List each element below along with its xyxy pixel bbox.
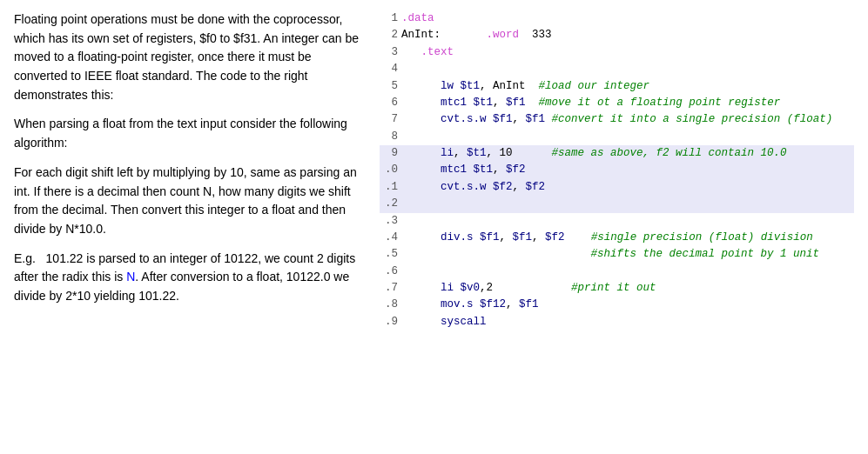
line-number: .9 bbox=[380, 314, 400, 330]
line-number: 8 bbox=[380, 129, 400, 145]
table-row: .1 cvt.s.w $f2, $f2 bbox=[380, 179, 854, 196]
code-content bbox=[400, 196, 854, 212]
code-content: lw $t1, AnInt #load our integer bbox=[400, 78, 854, 95]
line-number: 5 bbox=[380, 78, 400, 95]
paragraph-2: When parsing a float from the text input… bbox=[14, 115, 366, 152]
table-row: .2 bbox=[380, 196, 854, 212]
table-row: .7 li $v0,2 #print it out bbox=[380, 280, 854, 297]
table-row: .0 mtc1 $t1, $f2 bbox=[380, 162, 854, 178]
paragraph-1: Floating point operations must be done w… bbox=[14, 10, 366, 104]
line-number: 2 bbox=[380, 27, 400, 43]
table-row: 5 lw $t1, AnInt #load our integer bbox=[380, 78, 854, 95]
code-content: AnInt: .word 333 bbox=[400, 27, 854, 43]
line-number: 3 bbox=[380, 44, 400, 61]
table-row: .3 bbox=[380, 213, 854, 230]
code-content: mtc1 $t1, $f1 #move it ot a floating poi… bbox=[400, 95, 854, 111]
code-content: #shifts the decimal point by 1 unit bbox=[400, 246, 854, 263]
code-content: li $v0,2 #print it out bbox=[400, 280, 854, 297]
line-number: 6 bbox=[380, 95, 400, 111]
code-content: syscall bbox=[400, 314, 854, 330]
code-content: cvt.s.w $f2, $f2 bbox=[400, 179, 854, 196]
line-number: .3 bbox=[380, 213, 400, 230]
code-content: mov.s $f12, $f1 bbox=[400, 297, 854, 313]
table-row: 2 AnInt: .word 333 bbox=[380, 27, 854, 43]
code-content bbox=[400, 264, 854, 280]
table-row: .8 mov.s $f12, $f1 bbox=[380, 297, 854, 313]
table-row: .5 #shifts the decimal point by 1 unit bbox=[380, 246, 854, 263]
code-content: div.s $f1, $f1, $f2 #single precision (f… bbox=[400, 230, 854, 246]
paragraph-4: E.g. 101.22 is parsed to an integer of 1… bbox=[14, 250, 366, 306]
table-row: .4 div.s $f1, $f1, $f2 #single precision… bbox=[380, 230, 854, 246]
code-content: cvt.s.w $f1, $f1 #convert it into a sing… bbox=[400, 111, 854, 128]
line-number: .4 bbox=[380, 230, 400, 246]
line-number: 4 bbox=[380, 61, 400, 77]
table-row: 3 .text bbox=[380, 44, 854, 61]
description-panel: Floating point operations must be done w… bbox=[14, 10, 380, 444]
code-content: li, $t1, 10 #same as above, f2 will cont… bbox=[400, 145, 854, 162]
code-content: .data bbox=[400, 10, 854, 27]
code-content: .text bbox=[400, 44, 854, 61]
line-number: .8 bbox=[380, 297, 400, 313]
table-row: 4 bbox=[380, 61, 854, 77]
line-number: .5 bbox=[380, 246, 400, 263]
line-number: 9 bbox=[380, 145, 400, 162]
line-number: .2 bbox=[380, 196, 400, 212]
table-row: 8 bbox=[380, 129, 854, 145]
table-row: 7 cvt.s.w $f1, $f1 #convert it into a si… bbox=[380, 111, 854, 128]
line-number: .6 bbox=[380, 264, 400, 280]
table-row: 6 mtc1 $t1, $f1 #move it ot a floating p… bbox=[380, 95, 854, 111]
code-panel: 1 .data 2 AnInt: .word 333 3 .text 4 5 bbox=[380, 10, 854, 444]
line-number: .7 bbox=[380, 280, 400, 297]
code-content bbox=[400, 129, 854, 145]
paragraph-3: For each digit shift left by multiplying… bbox=[14, 164, 366, 239]
code-content: mtc1 $t1, $f2 bbox=[400, 162, 854, 178]
code-content bbox=[400, 61, 854, 77]
table-row: 1 .data bbox=[380, 10, 854, 27]
table-row: .9 syscall bbox=[380, 314, 854, 330]
code-table: 1 .data 2 AnInt: .word 333 3 .text 4 5 bbox=[380, 10, 854, 330]
code-content bbox=[400, 213, 854, 230]
table-row: 9 li, $t1, 10 #same as above, f2 will co… bbox=[380, 145, 854, 162]
line-number: 7 bbox=[380, 111, 400, 128]
line-number: .1 bbox=[380, 179, 400, 196]
line-number: .0 bbox=[380, 162, 400, 178]
line-number: 1 bbox=[380, 10, 400, 27]
table-row: .6 bbox=[380, 264, 854, 280]
